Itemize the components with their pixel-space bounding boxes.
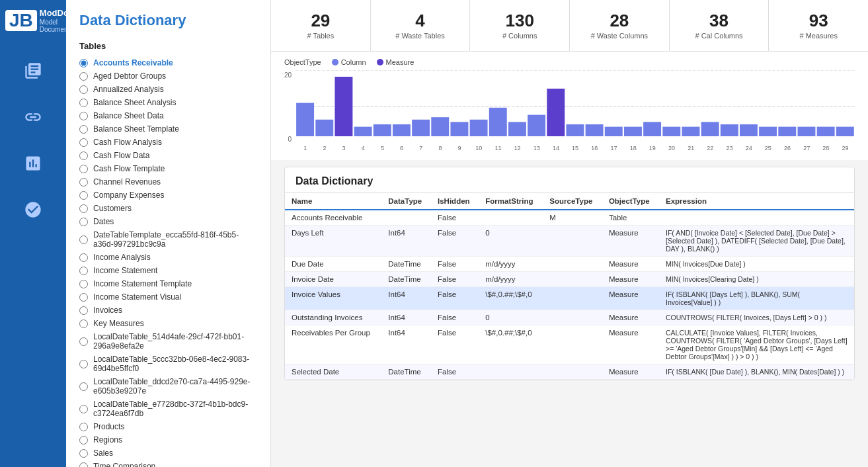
- sidebar-title: Data Dictionary: [66, 0, 270, 36]
- stat-number: 130: [475, 11, 564, 31]
- table-row[interactable]: Receivables Per GroupInt64False\$#,0.##;…: [285, 325, 854, 364]
- table-list-item[interactable]: Key Measures: [79, 317, 257, 330]
- table-row[interactable]: Invoice DateDateTimeFalsem/d/yyyyMeasure…: [285, 272, 854, 287]
- table-cell: False: [431, 210, 479, 226]
- legend-measure: Measure: [377, 58, 414, 66]
- table-cell: CALCULATE( [Invoice Values], FILTER( Inv…: [659, 325, 854, 364]
- x-axis-label: 18: [623, 145, 643, 151]
- x-axis-label: 13: [527, 145, 546, 151]
- table-row[interactable]: Invoice ValuesInt64False\$#,0.##;\$#,0Me…: [285, 287, 854, 310]
- table-list-item[interactable]: Company Expenses: [79, 189, 257, 202]
- table-row[interactable]: Outstanding InvoicesInt64False0MeasureCO…: [285, 310, 854, 325]
- nav-icon-chart[interactable]: [13, 147, 53, 180]
- svg-rect-12: [489, 108, 507, 136]
- x-axis-label: 4: [354, 145, 373, 151]
- table-cell: Measure: [602, 226, 659, 257]
- table-row[interactable]: Accounts ReceivableFalseMTable: [285, 210, 854, 226]
- table-list-item[interactable]: Income Analysis: [79, 251, 257, 264]
- table-list-item[interactable]: Cash Flow Analysis: [79, 136, 257, 149]
- svg-rect-22: [682, 127, 700, 136]
- table-list-item[interactable]: Products: [79, 420, 257, 433]
- x-axis-label: 24: [739, 145, 758, 151]
- table-cell: IF( ISBLANK( [Due Date] ), BLANK(), MIN(…: [659, 364, 854, 380]
- svg-rect-27: [778, 127, 796, 136]
- svg-rect-13: [508, 122, 526, 136]
- x-axis-label: 27: [797, 145, 816, 151]
- left-navigation: JB ModDoc Model Documen t: [0, 0, 66, 467]
- table-column-header: FormatString: [479, 193, 543, 210]
- nav-icon-network[interactable]: [13, 193, 53, 226]
- table-list-item[interactable]: LocalDateTable_e7728dbc-372f-4b1b-bdc9-c…: [79, 398, 257, 420]
- legend-measure-label: Measure: [386, 58, 414, 66]
- table-list-item[interactable]: Cash Flow Template: [79, 162, 257, 175]
- table-cell: [659, 210, 854, 226]
- svg-rect-23: [701, 122, 719, 136]
- table-cell: [479, 364, 543, 380]
- table-row[interactable]: Due DateDateTimeFalsem/d/yyyyMeasureMIN(…: [285, 257, 854, 272]
- table-cell: 0: [479, 310, 543, 325]
- x-axis-label: 9: [450, 145, 469, 151]
- table-row[interactable]: Days LeftInt64False0MeasureIF( AND( [Inv…: [285, 226, 854, 257]
- table-list-item[interactable]: LocalDateTable_ddcd2e70-ca7a-4495-929e-e…: [79, 375, 257, 398]
- x-axis-label: 2: [315, 145, 334, 151]
- svg-rect-28: [798, 127, 816, 136]
- table-list-item[interactable]: LocalDateTable_514d4afe-29cf-472f-bb01-2…: [79, 330, 257, 353]
- table-list-item[interactable]: Customers: [79, 202, 257, 215]
- table-cell: Table: [602, 210, 659, 226]
- table-list-item[interactable]: Income Statement: [79, 264, 257, 277]
- table-cell: IF( AND( [Invoice Date] < [Selected Date…: [659, 226, 854, 257]
- nav-icon-books[interactable]: [13, 54, 53, 87]
- table-list-item[interactable]: Balance Sheet Data: [79, 109, 257, 122]
- table-list-item[interactable]: Cash Flow Data: [79, 149, 257, 162]
- table-list-item[interactable]: Accounts Receivable: [79, 56, 257, 69]
- x-axis-label: 23: [720, 145, 739, 151]
- svg-rect-7: [393, 124, 411, 136]
- table-list-item[interactable]: Balance Sheet Template: [79, 122, 257, 136]
- stat-number: 29: [276, 11, 365, 31]
- table-cell: False: [431, 364, 479, 380]
- x-axis-label: 3: [334, 145, 353, 151]
- table-list-item[interactable]: Invoices: [79, 304, 257, 317]
- table-cell: Measure: [602, 257, 659, 272]
- table-list-item[interactable]: Income Statement Visual: [79, 290, 257, 304]
- table-cell: COUNTROWS( FILTER( Invoices, [Days Left]…: [659, 310, 854, 325]
- table-cell: m/d/yyyy: [479, 272, 543, 287]
- nav-icon-list: [0, 41, 66, 226]
- legend-column: Column: [332, 58, 366, 66]
- logo-jb: JB: [5, 10, 37, 31]
- stat-label: # Waste Columns: [591, 32, 648, 40]
- table-cell: [381, 210, 431, 226]
- table-list-item[interactable]: Annualized Analysis: [79, 83, 257, 96]
- svg-rect-6: [374, 124, 391, 136]
- table-row[interactable]: Selected DateDateTimeFalseMeasureIF( ISB…: [285, 364, 854, 380]
- table-list-item[interactable]: Aged Debtor Groups: [79, 69, 257, 83]
- table-list-item[interactable]: Sales: [79, 446, 257, 460]
- stat-card: 130# Columns: [470, 0, 570, 51]
- x-axis-label: 11: [489, 145, 508, 151]
- table-cell: [543, 310, 602, 325]
- sidebar: Data Dictionary Tables Accounts Receivab…: [66, 0, 271, 467]
- svg-rect-25: [740, 124, 758, 136]
- x-axis-label: 16: [585, 145, 604, 151]
- svg-rect-17: [586, 124, 604, 136]
- stat-label: # Measures: [799, 32, 837, 40]
- table-list-item[interactable]: Regions: [79, 433, 257, 446]
- x-axis-label: 6: [392, 145, 411, 151]
- table-list-item[interactable]: Balance Sheet Analysis: [79, 96, 257, 109]
- svg-rect-21: [662, 127, 680, 136]
- table-list-item[interactable]: Channel Revenues: [79, 175, 257, 189]
- table-cell: \$#,0.##;\$#,0: [479, 325, 543, 364]
- table-cell: Accounts Receivable: [285, 210, 381, 226]
- table-cell: [479, 210, 543, 226]
- table-column-header: SourceType: [543, 193, 602, 210]
- table-list-item[interactable]: Income Statement Template: [79, 277, 257, 290]
- table-list-item[interactable]: LocalDateTable_5ccc32bb-06e8-4ec2-9083-6…: [79, 353, 257, 375]
- table-list-item[interactable]: DateTableTemplate_ecca55fd-816f-45b5-a36…: [79, 228, 257, 251]
- legend-objecttype-label: ObjectType: [284, 58, 321, 66]
- chart-legend: ObjectType Column Measure: [284, 58, 855, 66]
- legend-column-label: Column: [341, 58, 366, 66]
- table-cell: [543, 325, 602, 364]
- nav-icon-link[interactable]: [13, 101, 53, 134]
- table-list-item[interactable]: Time Comparison: [79, 460, 257, 467]
- table-list-item[interactable]: Dates: [79, 215, 257, 228]
